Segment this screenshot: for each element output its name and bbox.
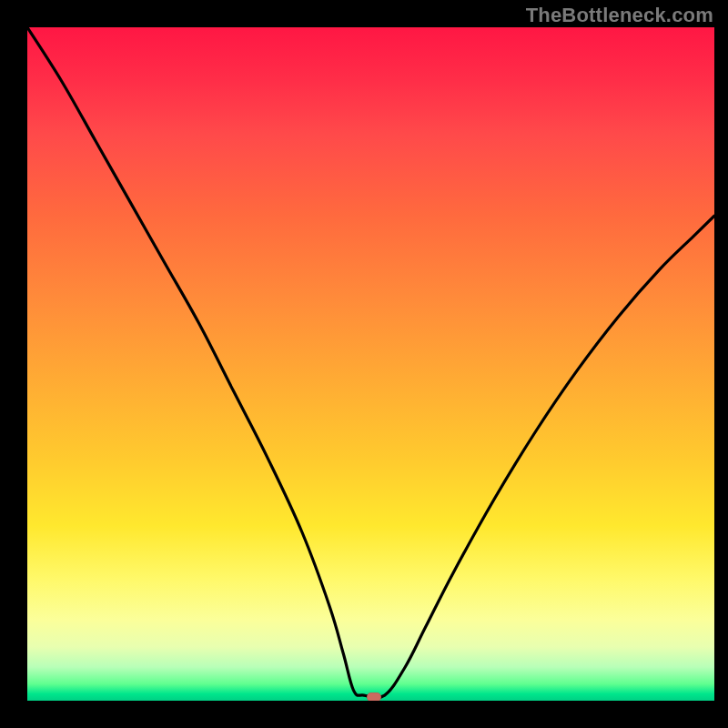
plot-area bbox=[27, 27, 714, 701]
curve-svg bbox=[27, 27, 714, 701]
watermark-text: TheBottleneck.com bbox=[526, 4, 713, 27]
chart-frame: TheBottleneck.com bbox=[0, 0, 728, 728]
optimal-point-marker bbox=[367, 693, 381, 701]
bottleneck-curve bbox=[27, 27, 714, 698]
